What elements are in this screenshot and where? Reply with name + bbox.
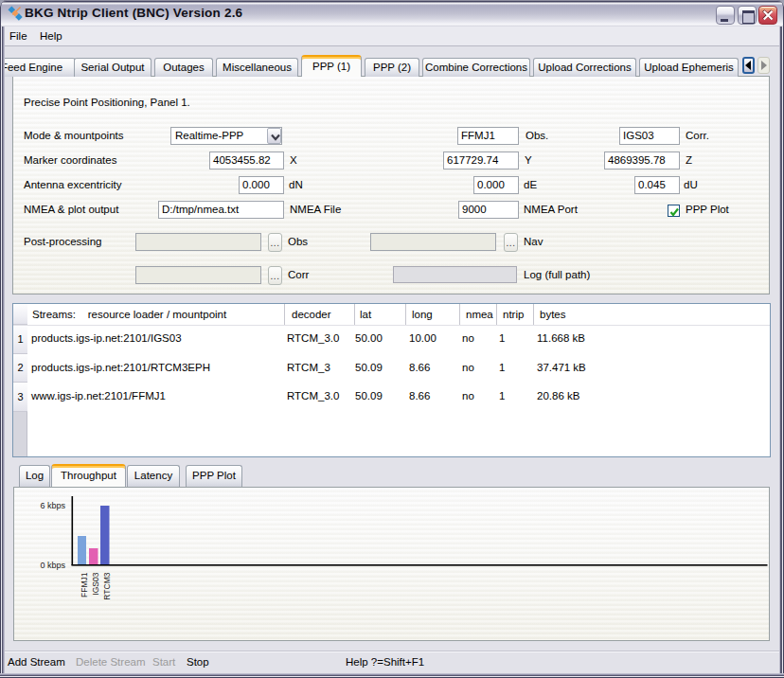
svg-text:IGS03: IGS03: [91, 572, 100, 595]
svg-text:RTCM3: RTCM3: [102, 572, 112, 599]
svg-text:0 kbps: 0 kbps: [40, 561, 65, 570]
svg-text:FFMJ1: FFMJ1: [80, 572, 89, 598]
svg-text:6 kbps: 6 kbps: [40, 501, 65, 510]
